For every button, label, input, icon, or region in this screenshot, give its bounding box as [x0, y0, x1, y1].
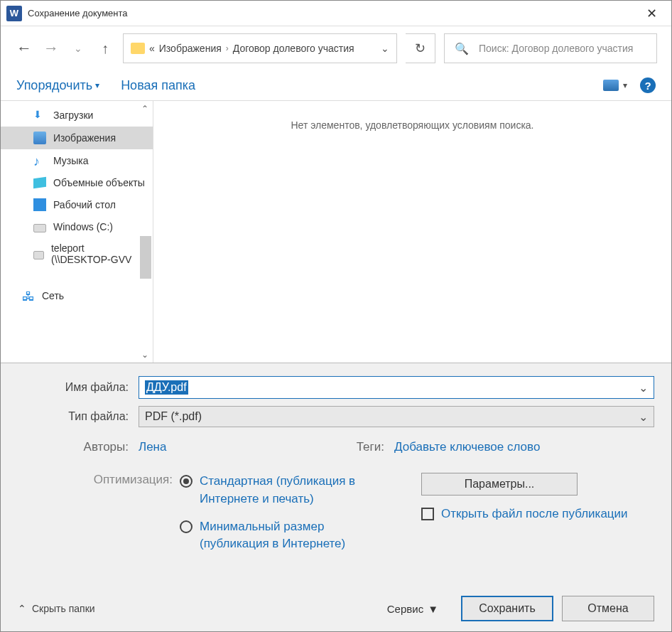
scroll-up-icon[interactable]: ⌃	[141, 104, 148, 114]
open-after-checkbox[interactable]: Открыть файл после публикации	[421, 505, 654, 523]
forward-button: →	[42, 39, 60, 58]
optimize-label: Оптимизация:	[18, 473, 180, 563]
search-icon: 🔍	[455, 42, 469, 55]
triangle-down-icon: ▼	[428, 603, 438, 615]
back-button[interactable]: ←	[15, 39, 33, 58]
hide-folders-label: Скрыть папки	[32, 603, 95, 614]
network-icon: 🖧	[22, 289, 35, 302]
close-button[interactable]: ✕	[637, 6, 666, 21]
tags-value[interactable]: Добавьте ключевое слово	[394, 440, 540, 454]
optimize-opt1-label: Стандартная (публикация в Интернете и пе…	[200, 473, 393, 508]
empty-message: Нет элементов, удовлетворяющих условиям …	[291, 119, 533, 131]
view-icon	[603, 80, 619, 91]
checkbox-icon	[421, 508, 434, 520]
filetype-label: Тип файла:	[18, 410, 139, 423]
net-drive-icon	[33, 251, 44, 259]
search-placeholder: Поиск: Договор долевого участия	[479, 43, 633, 54]
chevron-up-icon: ⌃	[18, 603, 26, 614]
filetype-select[interactable]: PDF (*.pdf) ⌄	[139, 406, 654, 427]
filename-label: Имя файла:	[18, 381, 139, 394]
tree-downloads[interactable]: ⬇Загрузки	[1, 104, 153, 127]
tree-label: Рабочий стол	[53, 199, 116, 210]
titlebar: W Сохранение документа ✕	[1, 1, 671, 26]
toolbar: Упорядочить ▾ Новая папка ▾ ?	[1, 70, 671, 100]
optimize-minimal-radio[interactable]: Минимальный размер (публикация в Интерне…	[180, 518, 393, 553]
service-label: Сервис	[387, 603, 423, 615]
chevron-down-icon[interactable]: ⌄	[639, 381, 648, 395]
tree-3d-objects[interactable]: Объемные объекты	[1, 172, 153, 193]
open-after-label: Открыть файл после публикации	[441, 505, 628, 523]
chevron-right-icon: ›	[226, 43, 229, 53]
tree-drive-c[interactable]: Windows (C:)	[1, 216, 153, 237]
chevron-down-icon: ▾	[623, 80, 627, 90]
view-menu[interactable]: ▾	[603, 80, 627, 91]
scrollbar-thumb[interactable]	[140, 236, 151, 279]
scroll-down-icon[interactable]: ⌄	[141, 350, 148, 360]
optimize-standard-radio[interactable]: Стандартная (публикация в Интернете и пе…	[180, 473, 393, 508]
tree-music[interactable]: ♪Музыка	[1, 149, 153, 172]
tree-label: Музыка	[53, 155, 89, 166]
drive-icon	[33, 224, 46, 232]
breadcrumb-prefix: «	[149, 43, 155, 54]
breadcrumb-seg1[interactable]: Изображения	[159, 43, 222, 54]
download-icon: ⬇	[33, 109, 46, 122]
save-button[interactable]: Сохранить	[461, 596, 553, 621]
tree-label: Сеть	[42, 290, 64, 301]
tree-network[interactable]: 🖧Сеть	[1, 284, 153, 307]
image-icon	[33, 132, 46, 144]
help-button[interactable]: ?	[640, 77, 656, 93]
filetype-value: PDF (*.pdf)	[145, 410, 202, 423]
desktop-icon	[33, 198, 46, 211]
word-icon: W	[6, 6, 22, 21]
filename-value: ДДУ.pdf	[145, 380, 188, 395]
parameters-button[interactable]: Параметры...	[421, 473, 578, 496]
tree-label: Windows (C:)	[53, 221, 113, 232]
tree-desktop[interactable]: Рабочий стол	[1, 193, 153, 216]
breadcrumb-seg2[interactable]: Договор долевого участия	[233, 43, 354, 54]
cancel-button[interactable]: Отмена	[562, 596, 654, 621]
history-dropdown[interactable]: ⌄	[69, 43, 87, 54]
chevron-down-icon: ▾	[95, 80, 99, 90]
organize-menu[interactable]: Упорядочить ▾	[16, 78, 99, 93]
window-title: Сохранение документа	[28, 8, 637, 18]
service-menu[interactable]: Сервис ▼	[387, 603, 438, 615]
optimize-opt2-label: Минимальный размер (публикация в Интерне…	[200, 518, 393, 553]
radio-icon	[180, 475, 193, 488]
authors-value[interactable]: Лена	[139, 440, 323, 454]
file-list-area: Нет элементов, удовлетворяющих условиям …	[153, 101, 671, 363]
tree-teleport[interactable]: teleport (\\DESKTOP-GVV	[1, 237, 153, 270]
path-dropdown-icon[interactable]: ⌄	[381, 43, 389, 54]
filename-input[interactable]: ДДУ.pdf ⌄	[139, 376, 654, 399]
refresh-button[interactable]: ↻	[406, 33, 435, 63]
breadcrumb-bar[interactable]: « Изображения › Договор долевого участия…	[123, 33, 397, 63]
bottom-panel: Имя файла: ДДУ.pdf ⌄ Тип файла: PDF (*.p…	[1, 363, 671, 631]
folder-icon	[131, 43, 145, 54]
tree-label: teleport (\\DESKTOP-GVV	[51, 242, 146, 265]
organize-label: Упорядочить	[16, 78, 92, 93]
music-icon: ♪	[33, 154, 46, 167]
tree-sidebar: ⌃ ⬇Загрузки Изображения ♪Музыка Объемные…	[1, 101, 153, 363]
cube-icon	[33, 177, 46, 189]
tree-images[interactable]: Изображения	[1, 127, 153, 149]
tree-label: Объемные объекты	[53, 177, 145, 188]
tree-label: Изображения	[53, 132, 116, 144]
radio-icon	[180, 520, 193, 533]
new-folder-button[interactable]: Новая папка	[121, 78, 195, 93]
nav-row: ← → ⌄ ↑ « Изображения › Договор долевого…	[1, 26, 671, 70]
hide-folders-toggle[interactable]: ⌃ Скрыть папки	[18, 603, 95, 614]
search-input[interactable]: 🔍 Поиск: Договор долевого участия	[444, 33, 657, 63]
up-button[interactable]: ↑	[96, 41, 114, 57]
body: ⌃ ⬇Загрузки Изображения ♪Музыка Объемные…	[1, 100, 671, 363]
authors-label: Авторы:	[18, 440, 139, 454]
chevron-down-icon: ⌄	[639, 410, 648, 424]
tags-label: Теги:	[323, 440, 394, 454]
tree-label: Загрузки	[53, 109, 93, 121]
